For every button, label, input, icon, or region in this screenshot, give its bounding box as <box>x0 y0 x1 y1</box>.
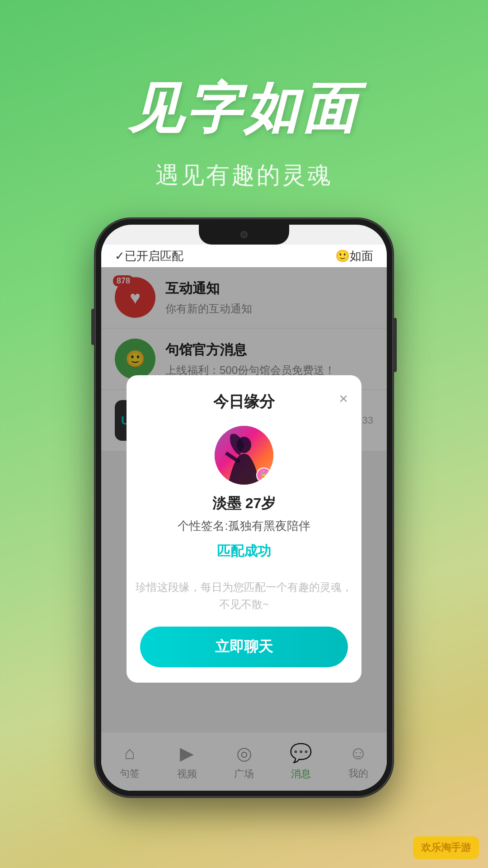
page-wrapper: 见字如面 遇见有趣的灵魂 ✓已开启匹配 🙂如面 <box>0 0 488 868</box>
matching-status: ✓已开启匹配 <box>115 248 183 264</box>
front-camera <box>240 231 248 238</box>
status-bar-right: 🙂如面 <box>335 248 373 264</box>
close-button[interactable]: × <box>339 390 348 407</box>
dialog-title: 今日缘分 <box>213 392 275 412</box>
status-bar-left: ✓已开启匹配 <box>115 248 183 264</box>
phone-notch <box>199 225 289 245</box>
user-avatar: 🔒 <box>215 426 273 485</box>
dialog-avatar-section: 🔒 淡墨 27岁 个性签名:孤独有黑夜陪伴 匹配成功 <box>127 421 361 579</box>
phone-mockup: ✓已开启匹配 🙂如面 878 <box>95 218 393 797</box>
match-status: 匹配成功 <box>217 542 271 561</box>
avatar-badge-icon: 🔒 <box>256 467 272 483</box>
hero-section: 见字如面 遇见有趣的灵魂 <box>0 0 488 191</box>
hero-subtitle: 遇见有趣的灵魂 <box>155 160 333 191</box>
user-profile-icon[interactable]: 🙂如面 <box>335 248 373 264</box>
app-content: 878 ♥ 互动通知 你有新的互动通知 <box>101 267 387 791</box>
user-name: 淡墨 27岁 <box>212 494 276 514</box>
hero-title: 见字如面 <box>128 72 360 146</box>
user-bio: 个性签名:孤独有黑夜陪伴 <box>178 518 310 534</box>
chat-now-button[interactable]: 立即聊天 <box>140 627 348 667</box>
dialog-description: 珍惜这段缘，每日为您匹配一个有趣的灵魂，不见不散~ <box>127 579 361 623</box>
status-bar: ✓已开启匹配 🙂如面 <box>101 245 387 267</box>
phone-shell: ✓已开启匹配 🙂如面 878 <box>95 218 393 797</box>
phone-screen: ✓已开启匹配 🙂如面 878 <box>101 225 387 791</box>
watermark: 欢乐淘手游 <box>413 836 479 859</box>
match-dialog: 今日缘分 × <box>127 375 361 683</box>
dialog-header: 今日缘分 × <box>127 375 361 421</box>
dialog-overlay[interactable]: 今日缘分 × <box>101 267 387 791</box>
